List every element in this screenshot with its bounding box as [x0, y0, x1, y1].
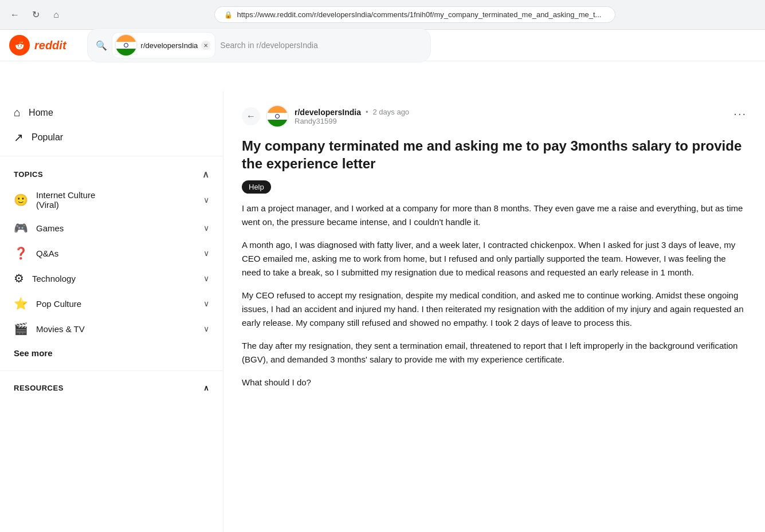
post-paragraph-5: What should I do?	[242, 376, 747, 389]
reddit-wordmark: reddit	[34, 39, 66, 52]
popular-icon: ↗	[14, 131, 23, 144]
qas-icon: ❓	[14, 246, 28, 260]
sidebar-item-movies-tv[interactable]: 🎬 Movies & TV ∨	[0, 316, 223, 341]
movies-tv-icon: 🎬	[14, 322, 28, 336]
post-subreddit-name[interactable]: r/developersIndia	[295, 108, 361, 117]
sidebar-item-qas[interactable]: ❓ Q&As ∨	[0, 241, 223, 266]
post-header: ← r/developersIndia • 2 days ago Randy31…	[242, 105, 747, 128]
see-more-button[interactable]: See more	[0, 341, 223, 365]
content-area: ← r/developersIndia • 2 days ago Randy31…	[223, 91, 765, 532]
post-paragraph-2: A month ago, I was diagnosed with fatty …	[242, 238, 747, 279]
sidebar-home-label: Home	[29, 108, 53, 118]
sidebar-item-games[interactable]: 🎮 Games ∨	[0, 215, 223, 241]
movies-tv-label: Movies & TV	[36, 324, 85, 334]
post-time-ago: 2 days ago	[373, 108, 410, 116]
games-chevron-icon: ∨	[203, 223, 209, 232]
sidebar-divider-2	[0, 371, 223, 371]
sidebar-item-pop-culture[interactable]: ⭐ Pop Culture ∨	[0, 291, 223, 316]
internet-culture-icon: 🙂	[14, 193, 28, 207]
reddit-icon	[9, 35, 30, 56]
post-meta-info: r/developersIndia • 2 days ago Randy3159…	[295, 108, 409, 125]
address-bar[interactable]: 🔒 https://www.reddit.com/r/developersInd…	[214, 6, 615, 23]
reddit-logo[interactable]: reddit	[9, 35, 66, 56]
internet-culture-chevron-icon: ∨	[203, 195, 209, 204]
app-header: reddit 🔍 r/developersIndia ✕ Search in r…	[0, 30, 765, 61]
resources-section-header: RESOURCES ∧	[0, 377, 223, 397]
technology-icon: ⚙	[14, 271, 24, 285]
back-button[interactable]: ←	[7, 7, 23, 23]
topics-label: TOPICS	[14, 170, 43, 179]
subreddit-avatar	[115, 34, 138, 57]
technology-chevron-icon: ∨	[203, 274, 209, 283]
pop-culture-label: Pop Culture	[36, 299, 81, 309]
pill-close-button[interactable]: ✕	[201, 41, 210, 50]
sidebar: ⌂ Home ↗ Popular TOPICS ∧ 🙂 Internet Cul…	[0, 91, 223, 532]
refresh-button[interactable]: ↻	[28, 7, 44, 23]
pop-culture-chevron-icon: ∨	[203, 299, 209, 308]
topics-section-header: TOPICS ∧	[0, 162, 223, 184]
sidebar-item-home[interactable]: ⌂ Home	[0, 100, 223, 125]
topics-chevron-icon[interactable]: ∧	[202, 169, 210, 180]
subreddit-pill-label: r/developersIndia	[141, 41, 198, 50]
home-button[interactable]: ⌂	[48, 7, 64, 23]
technology-label: Technology	[32, 274, 76, 283]
lock-icon: 🔒	[224, 11, 233, 19]
post-paragraph-1: I am a project manager, and I worked at …	[242, 202, 747, 229]
post-dot-separator: •	[366, 108, 368, 116]
search-icon: 🔍	[96, 40, 107, 51]
games-icon: 🎮	[14, 221, 28, 235]
post-author[interactable]: Randy31599	[295, 117, 409, 125]
qas-chevron-icon: ∨	[203, 249, 209, 258]
post-paragraph-3: My CEO refused to accept my resignation,…	[242, 289, 747, 330]
sidebar-popular-label: Popular	[32, 132, 63, 143]
resources-label: RESOURCES	[14, 384, 64, 392]
sidebar-divider	[0, 156, 223, 156]
help-badge[interactable]: Help	[242, 180, 271, 194]
search-placeholder-text: Search in r/developersIndia	[220, 41, 317, 50]
resources-chevron-icon[interactable]: ∧	[203, 384, 210, 392]
sidebar-item-popular[interactable]: ↗ Popular	[0, 125, 223, 150]
movies-tv-chevron-icon: ∨	[203, 324, 209, 333]
main-container: ⌂ Home ↗ Popular TOPICS ∧ 🙂 Internet Cul…	[0, 91, 765, 532]
internet-culture-label: Internet Culture(Viral)	[36, 190, 95, 210]
browser-chrome: ← ↻ ⌂ 🔒 https://www.reddit.com/r/develop…	[0, 0, 765, 30]
more-options-button[interactable]: ...	[733, 105, 747, 118]
post-back-button[interactable]: ←	[242, 107, 260, 125]
home-icon: ⌂	[14, 106, 21, 119]
post-subreddit-avatar	[266, 105, 289, 128]
post-paragraph-4: The day after my resignation, they sent …	[242, 339, 747, 367]
sidebar-item-technology[interactable]: ⚙ Technology ∨	[0, 266, 223, 291]
browser-nav-buttons: ← ↻ ⌂	[7, 7, 64, 23]
post-body: I am a project manager, and I worked at …	[242, 202, 747, 389]
subreddit-pill[interactable]: r/developersIndia ✕	[112, 32, 216, 58]
sidebar-item-internet-culture[interactable]: 🙂 Internet Culture(Viral) ∨	[0, 184, 223, 215]
post-meta-left: ← r/developersIndia • 2 days ago Randy31…	[242, 105, 409, 128]
url-text: https://www.reddit.com/r/developersIndia…	[237, 10, 602, 19]
header-search[interactable]: 🔍 r/developersIndia ✕ Search in r/develo…	[87, 28, 431, 62]
pop-culture-icon: ⭐	[14, 297, 28, 310]
qas-label: Q&As	[36, 249, 58, 258]
games-label: Games	[36, 223, 64, 233]
post-title: My company terminated me and asking me t…	[242, 137, 747, 172]
